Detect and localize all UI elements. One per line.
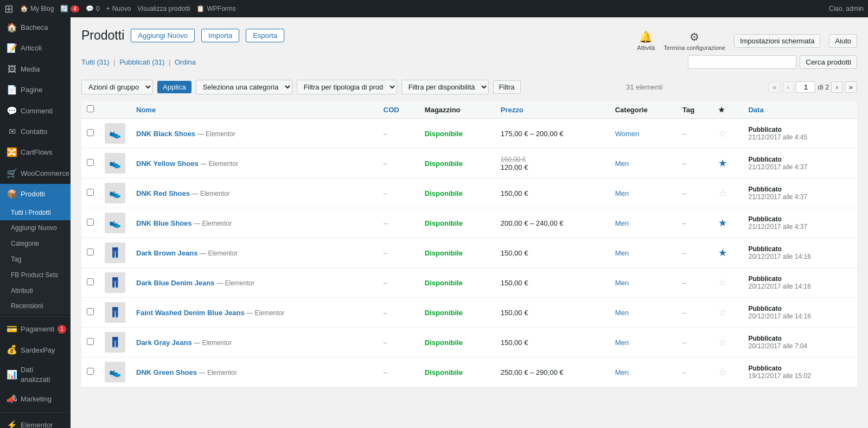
th-nome[interactable]: Nome [131, 101, 378, 119]
category-link[interactable]: Men [615, 368, 629, 376]
page-number-input[interactable] [796, 81, 815, 93]
th-data[interactable]: Data [743, 101, 857, 119]
row-star-cell[interactable]: ☆ [713, 357, 743, 387]
sidebar-subitem-tutti-prodotti[interactable]: Tutti i Prodotti [0, 205, 71, 221]
sidebar-item-articoli[interactable]: 📝 Articoli [0, 38, 71, 59]
row-star-cell[interactable]: ☆ [713, 298, 743, 328]
add-new-button[interactable]: Aggiungi Nuovo [131, 29, 195, 42]
star-toggle[interactable]: ★ [718, 218, 727, 228]
sidebar-subitem-tag[interactable]: Tag [0, 252, 71, 267]
row-checkbox[interactable] [87, 219, 94, 226]
tipologia-select[interactable]: Filtra per tipologia di prod [297, 80, 397, 94]
azioni-gruppo-select[interactable]: Azioni di gruppo [81, 80, 153, 94]
category-link[interactable]: Men [615, 309, 629, 317]
filtra-button[interactable]: Filtra [493, 80, 521, 94]
categoria-select[interactable]: Seleziona una categoria [196, 80, 292, 94]
sidebar-item-elementor[interactable]: ⚡ Elementor [0, 415, 71, 428]
star-toggle[interactable]: ★ [718, 247, 727, 258]
first-page-button[interactable]: « [768, 81, 781, 93]
product-name-link[interactable]: DNK Green Shoes [136, 368, 197, 376]
star-toggle[interactable]: ☆ [718, 307, 727, 318]
th-cod[interactable]: COD [378, 101, 419, 119]
category-link[interactable]: Women [615, 130, 640, 138]
sidebar-item-pagine[interactable]: 📄 Pagine [0, 80, 71, 100]
sidebar-item-contatto[interactable]: ✉ Contatto [0, 122, 71, 142]
sidebar-item-sardexpay[interactable]: 💰 SardexPay [0, 340, 71, 360]
row-checkbox[interactable] [87, 189, 94, 196]
sidebar-subitem-aggiungi-nuovo[interactable]: Aggiungi Nuovo [0, 220, 71, 236]
export-button[interactable]: Esporta [246, 29, 284, 42]
row-checkbox[interactable] [87, 129, 94, 136]
product-name-link[interactable]: Faint Washed Denim Blue Jeans [136, 309, 245, 317]
view-products-link[interactable]: Visualizza prodotti [137, 5, 190, 12]
impostazioni-schermata-button[interactable]: Impostazioni schermata [734, 34, 820, 48]
row-checkbox[interactable] [87, 368, 94, 375]
sidebar-item-media[interactable]: 🖼 Media [0, 59, 71, 80]
sidebar-item-dati-analizzati[interactable]: 📊 Dati analizzati [0, 361, 71, 389]
row-checkbox[interactable] [87, 308, 94, 315]
sidebar-item-pagamenti[interactable]: 💳 Pagamenti 1 [0, 319, 71, 340]
sidebar-item-woocommerce[interactable]: 🛒 WooCommerce [0, 163, 71, 184]
row-checkbox[interactable] [87, 278, 94, 285]
star-toggle[interactable]: ☆ [718, 188, 727, 199]
wpforms-topbar-link[interactable]: 📋 WPForms [196, 5, 235, 12]
star-toggle[interactable]: ☆ [718, 367, 727, 378]
product-name-link[interactable]: Dark Gray Jeans [136, 338, 192, 347]
sidebar-subitem-fb-product-sets[interactable]: FB Product Sets [0, 267, 71, 283]
import-button[interactable]: Importa [201, 29, 239, 42]
last-page-button[interactable]: » [845, 81, 857, 93]
applica-button[interactable]: Applica [157, 81, 192, 93]
row-checkbox[interactable] [87, 338, 94, 345]
sidebar-item-commenti[interactable]: 💬 Commenti [0, 101, 71, 122]
product-name-link[interactable]: DNK Blue Shoes [136, 219, 192, 227]
row-star-cell[interactable]: ★ [713, 208, 743, 238]
search-input[interactable] [688, 55, 796, 69]
filter-tutti-link[interactable]: Tutti (31) [81, 58, 110, 66]
th-prezzo[interactable]: Prezzo [495, 101, 610, 119]
new-link[interactable]: + Nuovo [106, 5, 131, 12]
aiuto-button[interactable]: Aiuto [829, 34, 857, 48]
product-name-link[interactable]: Dark Blue Denim Jeans [136, 279, 215, 287]
row-checkbox[interactable] [87, 159, 94, 166]
category-link[interactable]: Men [615, 219, 629, 227]
filter-pubblicati-link[interactable]: Pubblicati (31) [119, 58, 164, 66]
row-star-cell[interactable]: ☆ [713, 119, 743, 149]
star-toggle[interactable]: ☆ [718, 277, 727, 288]
attivita-button[interactable]: 🔔 Attività [637, 30, 655, 51]
star-toggle[interactable]: ☆ [718, 128, 727, 139]
star-toggle[interactable]: ☆ [718, 337, 727, 348]
category-link[interactable]: Men [615, 338, 629, 347]
sidebar-subitem-categorie[interactable]: Categorie [0, 236, 71, 252]
row-star-cell[interactable]: ☆ [713, 178, 743, 208]
row-star-cell[interactable]: ☆ [713, 328, 743, 357]
select-all-checkbox[interactable] [87, 105, 94, 112]
category-link[interactable]: Men [615, 159, 629, 168]
prev-page-button[interactable]: ‹ [783, 81, 794, 93]
category-link[interactable]: Men [615, 279, 629, 287]
sidebar-item-bacheca[interactable]: 🏠 Bacheca [0, 17, 71, 38]
termina-configurazione-button[interactable]: ⚙ Termina configurazione [663, 30, 725, 51]
sidebar-item-marketing[interactable]: 📣 Marketing [0, 389, 71, 410]
sidebar-item-cartflows[interactable]: 🔀 CartFlows [0, 142, 71, 163]
comments-link[interactable]: 💬 0 [86, 5, 100, 12]
filter-ordina-link[interactable]: Ordina [175, 58, 196, 66]
my-blog-link[interactable]: 🏠 My Blog [20, 5, 54, 12]
product-name-link[interactable]: DNK Yellow Shoes [136, 159, 199, 168]
category-link[interactable]: Men [615, 189, 629, 197]
product-name-link[interactable]: DNK Black Shoes [136, 130, 195, 138]
product-name-link[interactable]: DNK Red Shoes [136, 189, 190, 197]
disponibilita-select[interactable]: Filtra per disponibilità [401, 80, 489, 94]
next-page-button[interactable]: › [831, 81, 842, 93]
cerca-prodotti-button[interactable]: Cerca prodotti [800, 55, 857, 69]
row-star-cell[interactable]: ★ [713, 238, 743, 268]
product-name-link[interactable]: Dark Brown Jeans [136, 249, 197, 257]
row-star-cell[interactable]: ☆ [713, 268, 743, 298]
sidebar-subitem-attributi[interactable]: Attributi [0, 283, 71, 299]
category-link[interactable]: Men [615, 249, 629, 257]
row-star-cell[interactable]: ★ [713, 149, 743, 178]
updates-link[interactable]: 🔄 4 [60, 5, 79, 12]
row-checkbox[interactable] [87, 248, 94, 255]
sidebar-subitem-recensioni[interactable]: Recensioni [0, 298, 71, 314]
wp-logo-icon[interactable]: ⊞ [4, 2, 14, 15]
star-toggle[interactable]: ★ [718, 158, 727, 169]
